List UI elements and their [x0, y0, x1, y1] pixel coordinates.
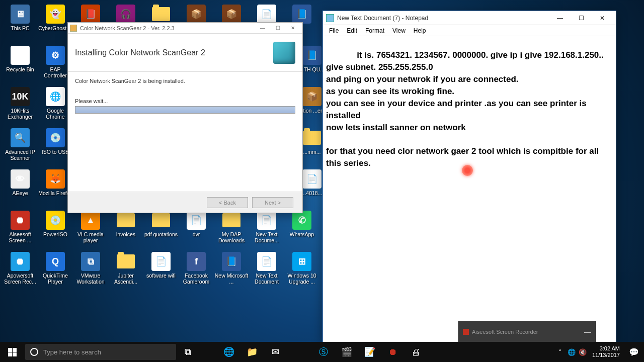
- installer-app-icon: [70, 25, 77, 32]
- notepad-title: New Text Document (7) - Notepad: [337, 15, 428, 22]
- desktop-icon[interactable]: 🔍Advanced IP Scanner: [3, 128, 38, 161]
- close-button[interactable]: ✕: [592, 12, 613, 25]
- notepad-titlebar[interactable]: New Text Document (7) - Notepad — ☐ ✕: [323, 11, 616, 25]
- app-icon: 📘: [302, 46, 321, 65]
- installer-header: Installing Color Network ScanGear 2: [68, 34, 302, 72]
- volume-muted-icon[interactable]: 🔇: [577, 348, 588, 356]
- recorder-taskbar-icon[interactable]: ⏺: [381, 342, 405, 362]
- desktop-icon[interactable]: ✆WhatsApp: [284, 210, 319, 237]
- movie-taskbar-icon[interactable]: 🎬: [335, 342, 358, 362]
- desktop-icon[interactable]: ⧉VMware Workstation: [73, 251, 108, 285]
- app-icon: 📄: [187, 211, 206, 230]
- icon-label: Apowersoft Screen Rec...: [3, 273, 37, 285]
- icon-label: Advanced IP Scanner: [3, 149, 37, 161]
- desktop-icon[interactable]: 📄New Text Document: [249, 251, 284, 285]
- app-icon: ⊞: [292, 252, 311, 271]
- desktop-icon[interactable]: QQuickTime Player: [38, 251, 73, 285]
- app-icon: ⚙: [46, 46, 65, 65]
- desktop-icon[interactable]: 📘New Microsoft ...: [214, 251, 249, 285]
- desktop-icon[interactable]: Jupiter Ascendi...: [108, 251, 143, 285]
- minimize-button[interactable]: —: [255, 25, 270, 31]
- icon-label: New Text Docume...: [250, 231, 284, 243]
- app-icon: 📄: [151, 252, 171, 271]
- desktop-icon[interactable]: invoices: [108, 210, 143, 237]
- app-icon: 🗑: [11, 46, 30, 65]
- notepad-textarea[interactable]: it is. 7654321. 1234567. 0000000. give i…: [323, 36, 616, 342]
- icon-label: Recycle Bin: [6, 66, 34, 72]
- screen-recorder-bar[interactable]: Aiseesoft Screen Recorder —: [458, 321, 596, 343]
- maximize-button[interactable]: ☐: [270, 25, 285, 31]
- folder-icon: [152, 213, 170, 227]
- desktop-icon[interactable]: 10K10KHits Exchanger: [3, 86, 38, 120]
- installer-heading: Installing Color Network ScanGear 2: [75, 48, 273, 57]
- desktop-icon[interactable]: ⏺Apowersoft Screen Rec...: [3, 251, 38, 285]
- desktop-icon[interactable]: 🖥This PC: [3, 4, 38, 31]
- app-icon: 💿: [46, 211, 65, 230]
- app-icon: 📦: [222, 5, 241, 24]
- desktop-icon[interactable]: fFacebook Gameroom: [179, 251, 214, 285]
- network-icon[interactable]: 🌐: [566, 348, 577, 356]
- desktop-icon[interactable]: 👁AEeye: [3, 169, 38, 196]
- app-icon: 👁: [11, 169, 30, 189]
- desktop-icon[interactable]: 🗑Recycle Bin: [3, 45, 38, 72]
- icon-label: Aiseesoft Screen ...: [3, 231, 37, 243]
- taskbar-search[interactable]: Type here to search: [25, 344, 176, 360]
- menu-file[interactable]: File: [325, 26, 343, 35]
- app-icon: 📘: [222, 252, 241, 271]
- windows-logo-icon: [8, 348, 17, 356]
- tray-chevron-icon[interactable]: ˄: [555, 348, 566, 356]
- desktop-icon[interactable]: ▲VLC media player: [73, 210, 108, 243]
- folder-icon: [303, 131, 321, 145]
- desktop-icon[interactable]: ⊞Windows 10 Upgrade ...: [284, 251, 319, 285]
- install-message: Color Network ScanGear 2 is being instal…: [75, 78, 295, 84]
- desktop-icon[interactable]: 📄software wifi: [143, 251, 179, 279]
- icon-label: VLC media player: [73, 231, 108, 243]
- start-button[interactable]: [0, 342, 24, 362]
- folder-icon: [117, 254, 135, 268]
- desktop-icon[interactable]: 📄New Text Docume...: [249, 210, 284, 243]
- desktop-icon[interactable]: 💿PowerISO: [38, 210, 73, 237]
- app-icon: 📕: [81, 5, 100, 24]
- desktop-icon[interactable]: pdf quotations: [143, 210, 179, 237]
- desktop-icon[interactable]: My DAP Downloads: [214, 210, 249, 243]
- app-icon: 💿: [46, 128, 65, 147]
- skype-taskbar-icon[interactable]: Ⓢ: [312, 342, 335, 362]
- app-icon: 📘: [292, 5, 311, 24]
- recorder-title: Aiseesoft Screen Recorder: [472, 329, 538, 335]
- icon-label: Jupiter Ascendi...: [109, 273, 143, 285]
- desktop[interactable]: 🖥This PC👻CyberGhost ...📕🎧📦📦📄📘🗑Recycle Bi…: [0, 0, 644, 362]
- action-center-icon[interactable]: 💬: [624, 347, 644, 357]
- notepad-content: it is. 7654321. 1234567. 0000000. give i…: [326, 50, 606, 168]
- menu-view[interactable]: View: [388, 26, 410, 35]
- installer-titlebar[interactable]: Color Network ScanGear 2 - Ver. 2.2.3 — …: [68, 23, 302, 34]
- icon-label: PowerISO: [43, 231, 67, 237]
- taskbar: Type here to search ⧉ 🌐 📁 ✉ Ⓢ 🎬 📝 ⏺ 🖨 ˄ …: [0, 342, 644, 362]
- close-button[interactable]: ✕: [285, 25, 300, 31]
- taskbar-clock[interactable]: 3:02 AM 11/13/2017: [588, 345, 624, 358]
- menu-edit[interactable]: Edit: [343, 26, 361, 35]
- menu-format[interactable]: Format: [361, 26, 388, 35]
- icon-label: ...4018...: [302, 190, 323, 196]
- recorder-minimize[interactable]: —: [584, 328, 591, 336]
- installer-body: Color Network ScanGear 2 is being instal…: [68, 72, 302, 193]
- please-wait-label: Please wait...: [75, 98, 295, 104]
- maximize-button[interactable]: ☐: [571, 12, 592, 25]
- explorer-taskbar-icon[interactable]: 📁: [240, 342, 264, 362]
- icon-label: Windows 10 Upgrade ...: [285, 273, 319, 285]
- minimize-button[interactable]: —: [549, 12, 571, 25]
- app-icon: 🔍: [11, 128, 30, 147]
- taskview-button[interactable]: ⧉: [176, 342, 199, 362]
- desktop-icon[interactable]: 📄dvr: [179, 210, 214, 237]
- back-button: < Back: [207, 197, 248, 208]
- icon-label: VMware Workstation: [73, 273, 108, 285]
- app-icon: Q: [46, 252, 65, 271]
- desktop-icon[interactable]: ⏺Aiseesoft Screen ...: [3, 210, 38, 243]
- menu-help[interactable]: Help: [410, 26, 430, 35]
- mail-taskbar-icon[interactable]: ✉: [264, 342, 287, 362]
- notepad-taskbar-icon[interactable]: 📝: [358, 342, 381, 362]
- installer-taskbar-icon[interactable]: 🖨: [405, 342, 428, 362]
- next-button: Next >: [252, 197, 293, 208]
- record-icon: [463, 329, 469, 335]
- chrome-taskbar-icon[interactable]: 🌐: [217, 342, 240, 362]
- icon-label: QuickTime Player: [38, 273, 72, 285]
